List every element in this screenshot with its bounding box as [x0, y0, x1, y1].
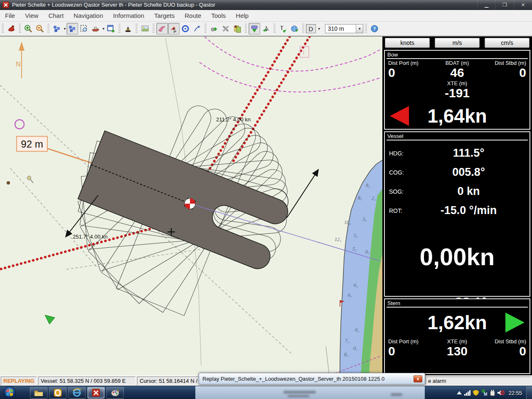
conning-panel: knots m/s cm/s Bow Dist Port (m) BDAT (m… — [382, 37, 532, 375]
replay-close-button[interactable]: x — [414, 375, 422, 382]
predictor-icon[interactable] — [249, 23, 260, 34]
range-scale-combo[interactable]: 310 m ▼ — [325, 24, 363, 33]
taskbar-ie-button[interactable] — [68, 387, 86, 399]
menu-bar: File View Chart Navigation Information T… — [0, 10, 532, 22]
range-scale-dropdown[interactable]: ▼ — [356, 25, 363, 33]
zoom-in-icon[interactable] — [22, 23, 34, 34]
unit-button-cms[interactable]: cm/s — [485, 38, 530, 48]
chart-image-icon[interactable] — [139, 23, 151, 34]
svg-text:2₁: 2₁ — [372, 195, 376, 201]
show-desktop-button[interactable] — [526, 386, 532, 399]
taskbar-paint-button[interactable] — [106, 387, 124, 399]
stern-dist-stbd-value: 0 — [480, 345, 526, 358]
action-center-shield-icon[interactable] — [472, 386, 480, 399]
replay-window-glass-body — [195, 386, 425, 399]
chart-cluster-icon[interactable] — [51, 23, 63, 34]
minimize-button[interactable]: ▁ — [477, 0, 495, 10]
bow-dist-stbd-value: 0 — [480, 66, 526, 79]
track1-label: 211.2° 4.00 kn — [216, 116, 251, 123]
tray-hidden-icons-button[interactable] — [455, 386, 463, 399]
taskbar-qastor-button[interactable] — [87, 387, 105, 399]
documents-icon[interactable] — [232, 23, 243, 34]
zoom-out-icon[interactable] — [34, 23, 46, 34]
vessel-speed-value: 0,00kn — [385, 243, 530, 271]
bearing-icon[interactable] — [191, 23, 203, 34]
svg-text:7₅: 7₅ — [345, 338, 349, 344]
chart-area[interactable]: N i 92 m 211.2° 4 — [0, 37, 382, 375]
range-label: 92 m — [17, 136, 47, 151]
svg-text:10₆: 10₆ — [344, 219, 351, 225]
restore-button[interactable]: ❐ — [495, 0, 514, 10]
target-icon[interactable] — [180, 23, 191, 34]
route-edit-icon[interactable] — [156, 23, 168, 34]
cursor-track-icon[interactable] — [260, 23, 272, 34]
menu-help[interactable]: Help — [231, 12, 254, 19]
volume-muted-icon[interactable] — [497, 386, 505, 399]
taskbar-outlook-button[interactable] — [49, 387, 66, 399]
network-globe-icon[interactable] — [289, 23, 300, 34]
window-title: Pieter Schelte + Loodswezen Qastor Serve… — [12, 2, 215, 8]
svg-text:0₃: 0₃ — [355, 327, 359, 333]
replay-window-title: Replay Pieter_Schelte_+_Loodswezen_Qasto… — [199, 376, 411, 382]
network-signal-icon[interactable] — [463, 386, 472, 399]
bow-section-title: Bow — [385, 51, 530, 58]
bow-xte-value: -191 — [385, 86, 530, 100]
svg-text:0₇: 0₇ — [365, 249, 369, 255]
section-rule — [387, 140, 528, 140]
menu-route[interactable]: Route — [180, 12, 206, 19]
alarm-status: e alarm — [426, 377, 531, 385]
chart-canvas[interactable]: N i 92 m 211.2° 4 — [0, 37, 382, 375]
svg-text:3₆: 3₆ — [362, 216, 367, 222]
select-area-icon[interactable] — [78, 23, 90, 34]
add-target-icon[interactable] — [208, 23, 220, 34]
chart-symbol-pin — [27, 176, 34, 183]
ais-antenna-icon[interactable] — [277, 23, 289, 34]
toolbar-grip — [273, 24, 276, 34]
cursor-mark-icon[interactable] — [168, 23, 180, 34]
taskbar-explorer-button[interactable] — [30, 387, 47, 399]
help-icon[interactable]: ? — [369, 23, 380, 34]
svg-text:M: M — [484, 392, 487, 396]
menu-chart[interactable]: Chart — [43, 12, 69, 19]
display-mode-caret[interactable]: ▼ — [318, 27, 321, 31]
new-window-icon[interactable] — [105, 23, 117, 34]
menu-view[interactable]: View — [20, 12, 43, 19]
unit-button-ms[interactable]: m/s — [435, 38, 480, 48]
stern-stbd-arrow-icon — [505, 313, 525, 332]
qastor-app-icon — [2, 2, 9, 8]
power-plug-icon[interactable] — [488, 386, 497, 399]
bow-bdat-value: 46 — [434, 66, 480, 79]
toolbar-grip — [153, 24, 155, 34]
svg-text:8₅: 8₅ — [344, 352, 348, 357]
toolbar-grip — [365, 24, 367, 34]
toolbar: ▼ ▼ — [0, 22, 532, 37]
unit-button-knots[interactable]: knots — [385, 38, 430, 48]
bow-port-arrow-icon — [390, 106, 409, 126]
wireless-manager-icon[interactable]: M — [480, 386, 488, 399]
stern-section-title: Stern — [385, 299, 530, 307]
menu-targets[interactable]: Targets — [149, 12, 180, 19]
menu-tools[interactable]: Tools — [206, 12, 231, 19]
section-rule — [387, 307, 528, 308]
replay-window[interactable]: Replay Pieter_Schelte_+_Loodswezen_Qasto… — [199, 373, 425, 384]
bow-section: Bow Dist Port (m) BDAT (m) Dist Stbd (m)… — [384, 50, 530, 130]
ship-select-caret[interactable]: ▼ — [102, 27, 105, 31]
chart-cluster-boxed-icon[interactable] — [66, 23, 78, 34]
start-button[interactable] — [2, 386, 17, 399]
range-scale-value: 310 m — [325, 25, 347, 32]
chart-cluster-caret[interactable]: ▼ — [63, 27, 66, 31]
ship-select-icon[interactable] — [90, 23, 101, 34]
qastor-exit-icon[interactable] — [5, 23, 17, 34]
svg-text:9₅: 9₅ — [366, 182, 370, 188]
buoy-icon[interactable] — [122, 23, 134, 34]
menu-navigation[interactable]: Navigation — [69, 12, 108, 19]
tools-icon[interactable] — [220, 23, 232, 34]
menu-information[interactable]: Information — [108, 12, 149, 19]
chart-symbol-green-cone — [45, 315, 55, 324]
display-mode-selector[interactable]: D — [306, 24, 316, 33]
menu-file[interactable]: File — [0, 12, 20, 19]
rot-label: ROT: — [385, 207, 424, 214]
close-button[interactable]: ✕ — [514, 0, 532, 10]
taskbar-clock[interactable]: 22:55 — [505, 390, 526, 396]
vessel-section-title: Vessel — [385, 132, 530, 140]
